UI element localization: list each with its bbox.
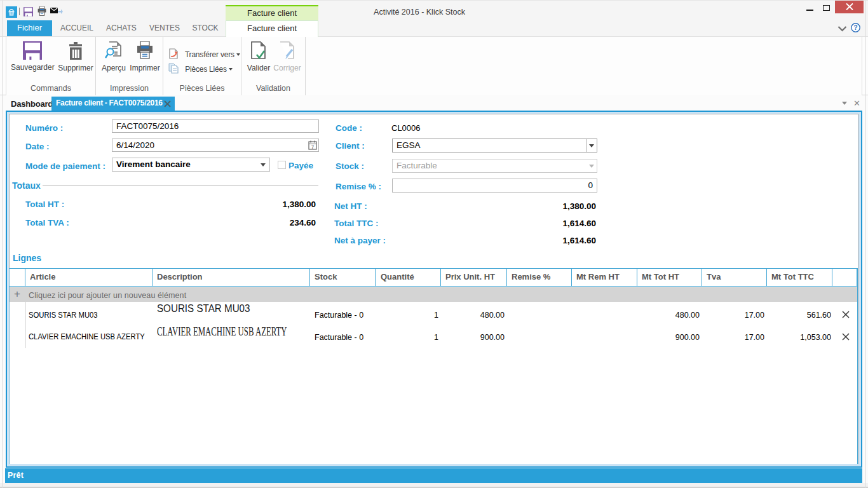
- svg-text:?: ?: [853, 24, 857, 31]
- svg-text:7: 7: [311, 144, 315, 150]
